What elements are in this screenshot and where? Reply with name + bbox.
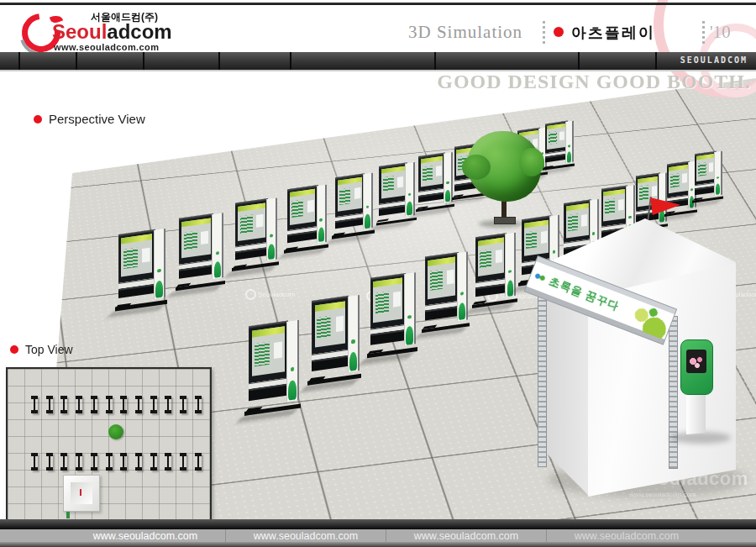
top-view-stand [195, 396, 202, 413]
footer-dark-strip [0, 519, 756, 529]
navbar-segment-divider [290, 52, 291, 70]
navbar-segment-divider [18, 52, 20, 70]
navbar-segment-divider [218, 52, 220, 70]
top-view-render [6, 367, 212, 522]
project-bullet-icon [554, 27, 564, 37]
logo-brand-dark: adcom [107, 20, 171, 43]
stand-frame [118, 229, 155, 283]
stand-frame [425, 252, 459, 305]
stand-base [284, 245, 328, 254]
project-name: 아츠플레이 [571, 23, 655, 43]
stand-frame [564, 199, 591, 243]
stand-side-strip [505, 232, 516, 297]
stand-side-strip [286, 320, 299, 402]
stand-side-strip [565, 120, 574, 163]
stand-poster [421, 156, 444, 187]
kiosk-screen [686, 350, 706, 373]
banner-circles-graphic [628, 301, 673, 339]
truss-leg-right [669, 316, 678, 469]
top-view-stand [31, 396, 38, 413]
stand-base [367, 347, 417, 358]
stand-poster [428, 257, 455, 299]
footer-url: www.seouladcom.com [547, 529, 706, 542]
watermark-brand: Seouladcom [23, 279, 60, 287]
stand-poster [478, 237, 504, 276]
stand-poster [373, 278, 402, 323]
stand-frame [667, 161, 690, 198]
stand-base [416, 204, 454, 213]
stand-side-strip [212, 213, 223, 279]
stand-poster [696, 154, 714, 181]
stand-frame [287, 185, 318, 230]
stand-base [232, 261, 279, 271]
navbar-segment-divider [143, 52, 144, 70]
display-stand [379, 161, 415, 225]
watermark-swoosh-icon [245, 289, 256, 300]
display-stand [287, 184, 327, 254]
navbar-brand: SEOULADCOM [680, 55, 748, 65]
watermark-swoosh-icon [10, 277, 21, 288]
header-dotted-divider [702, 21, 705, 44]
stand-side-strip [444, 152, 453, 203]
display-stand [179, 212, 223, 290]
footer-url: www.seouladcom.com [226, 529, 386, 542]
top-view-text: Top View [25, 343, 73, 356]
stand-poster [547, 124, 565, 150]
stand-poster [181, 218, 210, 258]
top-view-stand [135, 396, 142, 413]
stand-frame [695, 151, 717, 186]
tree-pot [494, 217, 516, 224]
stand-poster [669, 165, 688, 194]
top-view-stand [106, 396, 113, 413]
top-view-stand [46, 396, 53, 413]
stand-side-strip [266, 197, 277, 260]
top-view-kiosk-mark [66, 512, 70, 518]
tree-foliage [467, 131, 541, 202]
top-view-stand [150, 453, 157, 471]
stand-side-strip [457, 251, 468, 321]
top-view-stand [195, 453, 202, 471]
top-view-stand [120, 453, 127, 471]
stand-side-strip [348, 295, 360, 372]
stand-side-strip [154, 229, 165, 299]
display-stand [235, 197, 277, 271]
stand-poster [566, 203, 589, 238]
page-footer: www.seouladcom.comwww.seouladcom.comwww.… [0, 519, 756, 547]
top-view-stand [180, 396, 186, 413]
navbar-segment-divider [434, 52, 436, 70]
display-stand [118, 228, 165, 311]
top-view-stand [150, 396, 157, 413]
display-stand [335, 172, 373, 239]
top-view-stand [91, 453, 97, 471]
top-view-stand [91, 396, 97, 413]
top-view-label: Top View [10, 343, 73, 356]
logo-brand-text: Seouladcom [52, 20, 172, 44]
stand-poster [315, 301, 346, 348]
stand-frame [235, 198, 268, 246]
top-view-stand [60, 396, 67, 413]
red-bullet-icon [34, 115, 42, 124]
top-view-stand [165, 453, 171, 471]
stand-poster [290, 189, 315, 225]
perspective-view-text: Perspective View [49, 112, 145, 126]
navbar-segment-divider [578, 52, 580, 70]
watermark-brand: Seouladcom [258, 291, 295, 298]
stand-frame [601, 185, 627, 226]
top-view-tree [108, 424, 123, 439]
stand-side-strip [363, 173, 373, 229]
stand-poster [121, 234, 151, 277]
stand-frame [249, 321, 288, 383]
footer-bottom-strip [0, 542, 756, 547]
banner-logo-icon [534, 271, 546, 282]
footer-url: www.seouladcom.com [386, 529, 547, 542]
navbar-segment-divider [655, 52, 657, 70]
stand-frame [545, 121, 568, 154]
stand-poster [338, 177, 362, 212]
green-kiosk [680, 339, 713, 395]
stand-frame [179, 213, 213, 265]
top-view-stand [76, 453, 82, 471]
logo-url: www.seouladcom.com [54, 42, 159, 52]
stand-frame [370, 273, 406, 329]
display-stand [695, 150, 722, 203]
stand-poster [381, 166, 405, 199]
